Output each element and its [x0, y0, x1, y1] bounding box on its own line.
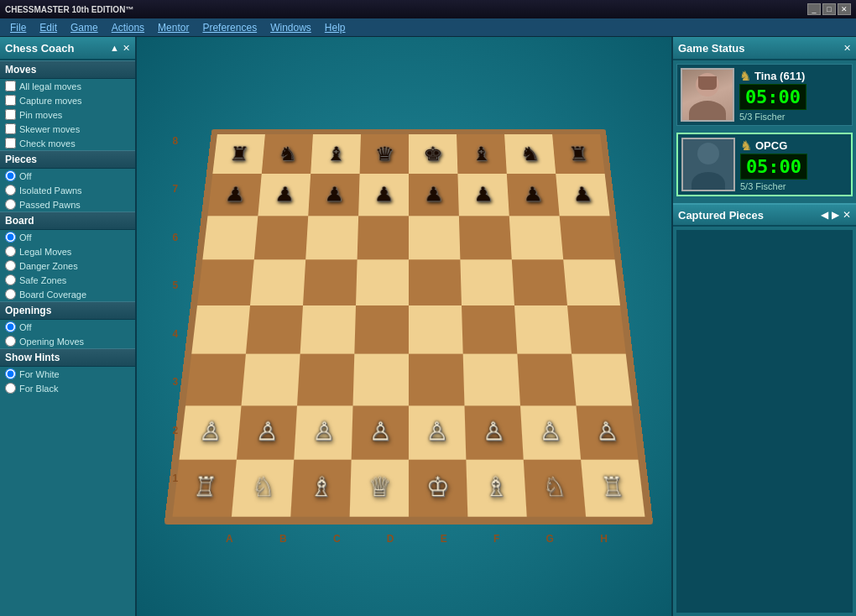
option-for-white[interactable]: For White — [0, 367, 135, 381]
piece-cell — [250, 259, 305, 305]
label-for-black: For Black — [19, 384, 58, 394]
option-board-off[interactable]: Off — [0, 230, 135, 244]
option-board-coverage[interactable]: Board Coverage — [0, 287, 135, 301]
piece-cell — [185, 354, 246, 405]
option-skewer-moves[interactable]: Skewer moves — [0, 122, 135, 136]
file-a: A — [226, 533, 233, 545]
menu-file[interactable]: File — [3, 20, 33, 35]
player2-time: 05:00 — [740, 154, 807, 180]
piece-cell — [253, 216, 307, 259]
option-pin-moves[interactable]: Pin moves — [0, 107, 135, 122]
option-for-black[interactable]: For Black — [0, 381, 135, 395]
menu-preferences[interactable]: Preferences — [196, 20, 264, 35]
piece-cell: ♖ — [172, 459, 236, 516]
radio-board-coverage[interactable] — [5, 289, 16, 300]
menu-edit[interactable]: Edit — [33, 20, 64, 35]
radio-pieces-off[interactable] — [5, 170, 16, 181]
piece-cell — [462, 305, 517, 354]
piece-cell — [357, 216, 408, 259]
player2-name-row: ♞ OPCG — [740, 138, 848, 154]
piece-cell: ♙ — [179, 405, 241, 460]
captured-prev-button[interactable]: ◀ — [821, 209, 828, 221]
piece-cell: ♟ — [409, 174, 459, 216]
file-h: H — [600, 533, 608, 545]
menu-mentor[interactable]: Mentor — [151, 20, 196, 35]
checkbox-check-moves[interactable] — [5, 138, 16, 149]
player2-rating: 5/3 Fischer — [740, 181, 848, 191]
piece-cell: ♜ — [212, 134, 265, 174]
menu-help[interactable]: Help — [318, 20, 352, 35]
radio-opening-moves[interactable] — [5, 336, 16, 347]
piece-cell: ♞ — [504, 134, 556, 174]
label-safe-zones: Safe Zones — [19, 275, 66, 285]
player1-name-row: ♞ Tina (611) — [739, 68, 848, 84]
captured-controls[interactable]: ◀ ▶ ✕ — [821, 209, 851, 221]
option-check-moves[interactable]: Check moves — [0, 136, 135, 150]
show-hints-section-header: Show Hints — [0, 348, 135, 367]
piece-cell: ♟ — [207, 174, 261, 216]
close-button[interactable]: ✕ — [838, 3, 851, 15]
option-danger-zones[interactable]: Danger Zones — [0, 258, 135, 273]
label-for-white: For White — [19, 369, 60, 379]
piece-cell: ♙ — [464, 405, 523, 460]
panel-header-controls[interactable]: ▲ ✕ — [110, 43, 130, 54]
piece-cell: ♙ — [236, 405, 296, 460]
checkbox-capture-moves[interactable] — [5, 95, 16, 106]
captured-next-button[interactable]: ▶ — [832, 209, 839, 221]
maximize-button[interactable]: □ — [822, 3, 836, 15]
label-danger-zones: Danger Zones — [19, 261, 78, 271]
piece-cell — [191, 305, 250, 354]
menu-actions[interactable]: Actions — [105, 20, 151, 35]
piece-cell — [462, 354, 519, 405]
openings-section-header: Openings — [0, 301, 135, 320]
game-status-controls[interactable]: ✕ — [843, 43, 851, 54]
radio-safe-zones[interactable] — [5, 274, 16, 285]
radio-danger-zones[interactable] — [5, 260, 16, 271]
option-all-legal-moves[interactable]: All legal moves — [0, 79, 135, 93]
option-openings-off[interactable]: Off — [0, 320, 135, 334]
title-bar-controls[interactable]: _ □ ✕ — [807, 3, 851, 15]
panel-close-button[interactable]: ✕ — [123, 43, 130, 54]
menu-game[interactable]: Game — [64, 20, 105, 35]
label-isolated-pawns: Isolated Pawns — [19, 185, 82, 196]
chess-coach-title: Chess Coach — [5, 42, 74, 55]
rank-1: 1 — [173, 472, 179, 484]
moves-section-header: Moves — [0, 60, 135, 79]
checkbox-all-legal-moves[interactable] — [5, 81, 16, 91]
radio-for-black[interactable] — [5, 383, 16, 394]
option-legal-moves[interactable]: Legal Moves — [0, 244, 135, 258]
captured-close-button[interactable]: ✕ — [843, 209, 851, 221]
panel-expand-button[interactable]: ▲ — [110, 43, 119, 53]
option-isolated-pawns[interactable]: Isolated Pawns — [0, 183, 135, 197]
piece-cell: ♗ — [466, 459, 526, 516]
player1-avatar — [681, 68, 734, 122]
player1-piece-icon: ♞ — [739, 68, 751, 84]
option-pieces-off[interactable]: Off — [0, 169, 135, 183]
radio-openings-off[interactable] — [5, 321, 16, 332]
option-opening-moves[interactable]: Opening Moves — [0, 334, 135, 348]
label-skewer-moves: Skewer moves — [19, 124, 80, 134]
piece-cell: ♟ — [308, 174, 359, 216]
radio-board-off[interactable] — [5, 232, 16, 243]
checkbox-skewer-moves[interactable] — [5, 123, 16, 134]
board-container: 8 7 6 5 4 3 2 1 ♜♞♝♛♚♝♞♜♟♟♟♟♟♟♟♟♙♙♙♙♙♙♙♙… — [161, 83, 648, 570]
option-safe-zones[interactable]: Safe Zones — [0, 273, 135, 287]
radio-legal-moves[interactable] — [5, 246, 16, 257]
piece-cell — [300, 305, 355, 354]
radio-isolated-pawns[interactable] — [5, 185, 16, 196]
player1-card: ♞ Tina (611) 05:00 5/3 Fischer — [676, 64, 853, 126]
option-capture-moves[interactable]: Capture moves — [0, 93, 135, 107]
menu-windows[interactable]: Windows — [264, 20, 318, 35]
game-status-close-button[interactable]: ✕ — [843, 43, 851, 54]
piece-cell — [241, 354, 300, 405]
piece-cell: ♗ — [290, 459, 351, 516]
radio-for-white[interactable] — [5, 368, 16, 379]
piece-cell: ♙ — [294, 405, 352, 460]
piece-cell: ♝ — [457, 134, 507, 174]
checkbox-pin-moves[interactable] — [5, 109, 16, 120]
minimize-button[interactable]: _ — [807, 3, 821, 15]
radio-passed-pawns[interactable] — [5, 199, 16, 210]
piece-cell — [197, 259, 254, 305]
option-passed-pawns[interactable]: Passed Pawns — [0, 197, 135, 211]
piece-cell — [460, 259, 514, 305]
